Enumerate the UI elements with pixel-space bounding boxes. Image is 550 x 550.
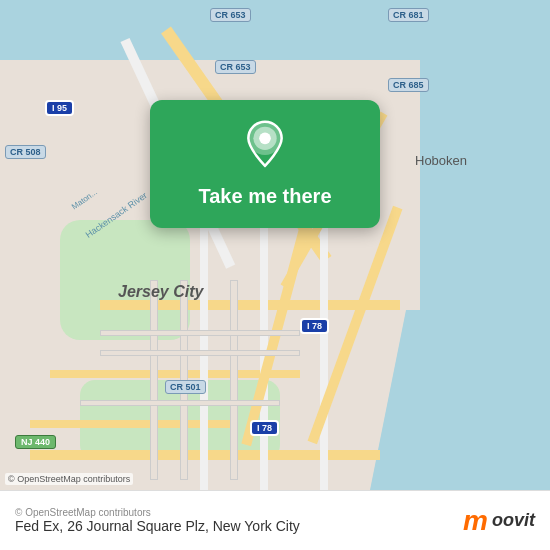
- moovit-m-letter: m: [463, 505, 488, 537]
- hoboken-label: Hoboken: [415, 153, 467, 168]
- moovit-logo: m oovit: [463, 505, 535, 537]
- road-horiz-b: [100, 350, 300, 356]
- badge-cr501: CR 501: [165, 380, 206, 394]
- location-info: © OpenStreetMap contributors Fed Ex, 26 …: [15, 507, 300, 534]
- bottom-bar: © OpenStreetMap contributors Fed Ex, 26 …: [0, 490, 550, 550]
- badge-cr653-mid: CR 653: [215, 60, 256, 74]
- park-left: [60, 220, 190, 340]
- moovit-rest-text: oovit: [492, 510, 535, 531]
- badge-i78-1: I 78: [300, 318, 329, 334]
- badge-cr508: CR 508: [5, 145, 46, 159]
- jersey-city-label: Jersey City: [118, 283, 203, 301]
- water-bottom-right: [370, 310, 490, 490]
- river-label-2: Maton...: [70, 188, 99, 212]
- badge-nj440: NJ 440: [15, 435, 56, 449]
- badge-cr653-top: CR 653: [210, 8, 251, 22]
- road-vertical-1: [200, 200, 208, 490]
- location-pin-icon: [240, 120, 290, 170]
- badge-cr685: CR 685: [388, 78, 429, 92]
- road-vert-a: [150, 280, 158, 480]
- badge-cr681: CR 681: [388, 8, 429, 22]
- location-text: Fed Ex, 26 Journal Square Plz, New York …: [15, 518, 300, 534]
- copyright-text: © OpenStreetMap contributors: [15, 507, 300, 518]
- svg-point-2: [259, 133, 271, 145]
- road-vert-c: [230, 280, 238, 480]
- badge-i78-2: I 78: [250, 420, 279, 436]
- road-horiz-a: [100, 330, 300, 336]
- map-attribution: © OpenStreetMap contributors: [5, 473, 133, 485]
- take-me-there-button[interactable]: Take me there: [188, 180, 341, 213]
- road-vertical-3: [320, 200, 328, 490]
- badge-i95: I 95: [45, 100, 74, 116]
- map-container: Hackensack River Maton... CR 653 CR 681 …: [0, 0, 550, 490]
- road-horiz-c: [80, 400, 280, 406]
- popup-card: Take me there: [150, 100, 380, 228]
